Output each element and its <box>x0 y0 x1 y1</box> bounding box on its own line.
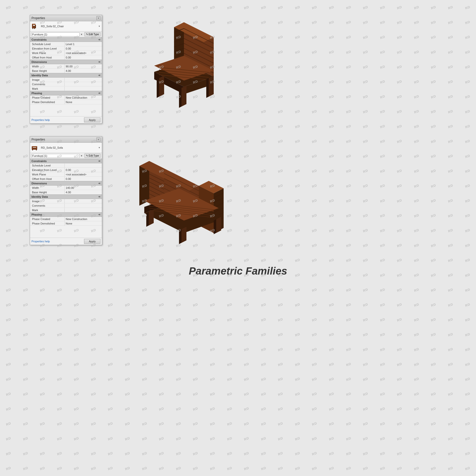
phasing-toggle-chair[interactable]: ≪ <box>98 92 100 94</box>
prop-row-phase-demolished-chair: Phase Demolished None <box>30 100 102 104</box>
chair-edit-type-btn[interactable]: ✎ Edit Type <box>85 32 100 36</box>
sofa-type-dropdown[interactable]: ▼ <box>81 155 83 157</box>
svg-marker-83 <box>146 212 149 227</box>
svg-marker-35 <box>206 78 209 98</box>
svg-marker-31 <box>157 78 159 98</box>
sofa-icon <box>31 144 39 152</box>
svg-rect-4 <box>32 28 33 29</box>
svg-rect-40 <box>32 146 37 147</box>
dimensions-header-sofa: Dimensions ≪ <box>30 181 102 186</box>
prop-row-image-sofa: Image <box>30 199 102 203</box>
svg-rect-2 <box>32 24 35 25</box>
edit-type-icon-sofa: ✎ <box>86 154 88 157</box>
properties-help-link-sofa[interactable]: Properties help <box>31 240 50 243</box>
prop-row-baseheight-sofa: Base Height 4.00 <box>30 190 102 195</box>
panel-titlebar-sofa: Properties × <box>30 137 102 143</box>
panel-titlebar-chair: Properties × <box>30 15 102 21</box>
svg-marker-85 <box>179 229 181 244</box>
prop-row-phase-demolished-sofa: Phase Demolished None <box>30 221 102 226</box>
prop-row-workplane-chair: Work Plane <not associated> <box>30 51 102 55</box>
prop-row-schedule-level-sofa: Schedule Level <box>30 163 102 168</box>
chair-type-select[interactable]: Furniture (1) <box>31 32 80 36</box>
prop-row-width-chair: Width 90.00 <box>30 64 102 69</box>
prop-row-phase-created-sofa: Phase Created New Construction <box>30 217 102 221</box>
svg-marker-33 <box>179 88 181 108</box>
apply-btn-sofa[interactable]: Apply <box>84 239 100 244</box>
panel-type-row-sofa: Furniture (1) ▼ ✎ Edit Type <box>30 153 102 159</box>
panel-title-sofa: Properties <box>31 138 45 141</box>
properties-help-link-chair[interactable]: Properties help <box>31 118 50 121</box>
chair-item-name: RD_Sofa 02_Chair <box>41 25 97 28</box>
prop-row-baseheight-chair: Base Height 4.00 <box>30 69 102 73</box>
prop-row-comments-sofa: Comments <box>30 203 102 208</box>
prop-row-workplane-sofa: Work Plane <not associated> <box>30 172 102 177</box>
identity-toggle-sofa[interactable]: ≪ <box>98 196 100 198</box>
svg-rect-5 <box>34 28 35 29</box>
chair-type-dropdown[interactable]: ▼ <box>81 33 83 36</box>
chair-icon <box>31 22 39 30</box>
dimensions-header-chair: Dimensions ≪ <box>30 60 102 64</box>
constraints-toggle-sofa[interactable]: ≪ <box>98 160 100 162</box>
phasing-header-chair: Phasing ≪ <box>30 91 102 95</box>
identity-header-chair: Identity Data ≪ <box>30 73 102 78</box>
panel-spacer-sofa <box>30 226 102 236</box>
constraints-header-chair: Constraints ≪ <box>30 37 102 42</box>
phasing-header-sofa: Phasing ≪ <box>30 212 102 217</box>
identity-toggle-chair[interactable]: ≪ <box>98 74 100 77</box>
main-container: RDRDRDRDRDRDRDRDRDRDRDRDRDRDRDRDRDRDRDRD… <box>0 0 476 476</box>
dimensions-toggle-sofa[interactable]: ≪ <box>98 182 100 185</box>
identity-header-sofa: Identity Data ≪ <box>30 195 102 199</box>
phasing-toggle-sofa[interactable]: ≪ <box>98 213 100 216</box>
prop-row-schedule-level-chair: Schedule Level Level 1 <box>30 42 102 46</box>
sofa-3d-view <box>122 134 261 245</box>
sofa-dropdown-arrow[interactable]: ▼ <box>98 146 100 149</box>
panel-title-chair: Properties <box>31 16 45 20</box>
svg-marker-84 <box>149 209 154 225</box>
sofa-edit-type-btn[interactable]: ✎ Edit Type <box>85 154 100 158</box>
section-sofa: Properties × RD_Sofa 02_Sofa ▼ Furniture… <box>0 129 476 250</box>
page-title: Parametric Families <box>189 265 287 277</box>
panel-header-chair: RD_Sofa 02_Chair ▼ <box>30 21 102 31</box>
svg-marker-87 <box>214 219 216 234</box>
prop-row-mark-chair: Mark <box>30 86 102 91</box>
prop-row-offset-sofa: Offset from Host 0.00 <box>30 177 102 181</box>
svg-marker-86 <box>181 227 186 243</box>
apply-btn-chair[interactable]: Apply <box>84 117 100 122</box>
properties-panel-chair: Properties × RD_Sofa 02_Chair ▼ Furnitur… <box>30 15 102 124</box>
prop-row-mark-sofa: Mark <box>30 208 102 212</box>
prop-row-comments-chair: Comments <box>30 82 102 86</box>
prop-row-width-sofa: Width 140.00 <box>30 186 102 190</box>
constraints-header-sofa: Constraints ≪ <box>30 159 102 163</box>
svg-marker-34 <box>181 85 186 107</box>
panel-footer-chair: Properties help Apply <box>30 116 102 123</box>
prop-row-elevation-sofa: Elevation from Level 0.00 <box>30 168 102 172</box>
svg-rect-3 <box>35 25 36 28</box>
panel-footer-sofa: Properties help Apply <box>30 238 102 245</box>
svg-marker-36 <box>209 76 214 97</box>
panel-header-sofa: RD_Sofa 02_Sofa ▼ <box>30 143 102 153</box>
panel-spacer-chair <box>30 104 102 114</box>
panel-close-chair[interactable]: × <box>96 16 100 20</box>
section-chair: Properties × RD_Sofa 02_Chair ▼ Furnitur… <box>0 0 476 121</box>
constraints-toggle-chair[interactable]: ≪ <box>98 38 100 41</box>
sofa-type-select[interactable]: Furniture (1) <box>31 154 80 158</box>
svg-rect-41 <box>32 149 33 150</box>
svg-marker-32 <box>159 76 164 97</box>
sofa-svg <box>122 134 261 245</box>
svg-marker-88 <box>216 217 221 233</box>
prop-row-elevation-chair: Elevation from Level 0.00 <box>30 46 102 51</box>
chair-3d-view <box>122 12 246 116</box>
panel-close-sofa[interactable]: × <box>96 138 100 141</box>
page-title-section: Parametric Families <box>0 265 476 277</box>
prop-row-image-chair: Image <box>30 78 102 82</box>
properties-panel-sofa: Properties × RD_Sofa 02_Sofa ▼ Furniture… <box>30 136 102 245</box>
panel-type-row-chair: Furniture (1) ▼ ✎ Edit Type <box>30 31 102 37</box>
prop-row-offset-chair: Offset from Host 0.00 <box>30 55 102 60</box>
chair-dropdown-arrow[interactable]: ▼ <box>98 25 100 28</box>
sofa-item-name: RD_Sofa 02_Sofa <box>41 146 97 149</box>
chair-svg <box>122 12 246 116</box>
dimensions-toggle-chair[interactable]: ≪ <box>98 61 100 63</box>
edit-type-icon: ✎ <box>86 33 88 36</box>
svg-rect-42 <box>36 149 37 150</box>
prop-row-phase-created-chair: Phase Created New Construction <box>30 95 102 100</box>
